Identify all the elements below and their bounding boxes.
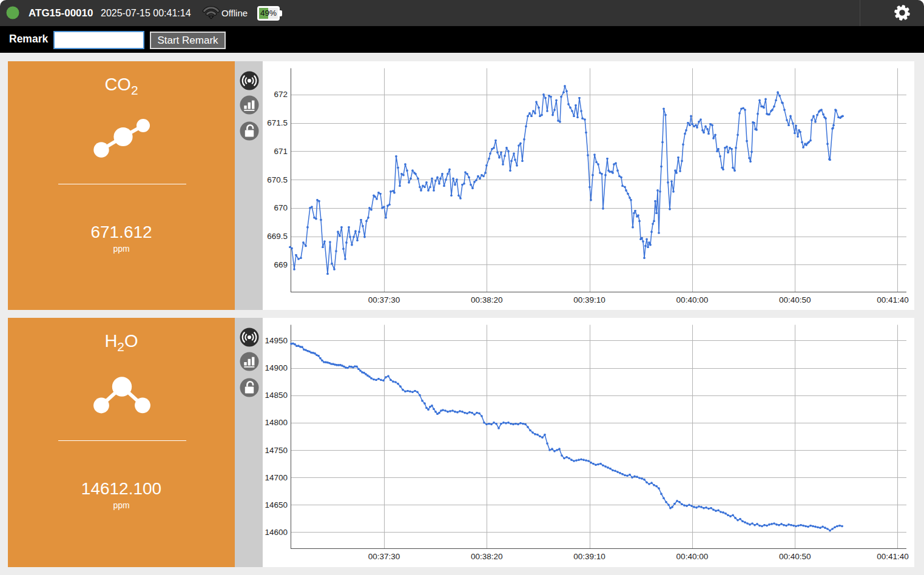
svg-text:669.5: 669.5 <box>267 232 288 241</box>
svg-text:00:41:40: 00:41:40 <box>877 295 909 304</box>
svg-text:14900: 14900 <box>265 363 288 372</box>
svg-text:14650: 14650 <box>265 500 288 509</box>
svg-text:671: 671 <box>274 147 288 156</box>
svg-text:00:37:30: 00:37:30 <box>368 295 400 304</box>
svg-text:14850: 14850 <box>265 391 288 400</box>
svg-text:671.5: 671.5 <box>267 118 288 127</box>
svg-text:00:39:10: 00:39:10 <box>573 295 605 304</box>
svg-text:00:41:40: 00:41:40 <box>877 552 909 561</box>
svg-text:00:38:20: 00:38:20 <box>471 552 503 561</box>
svg-text:00:40:00: 00:40:00 <box>676 552 709 561</box>
svg-text:672: 672 <box>274 90 288 99</box>
svg-text:14950: 14950 <box>265 336 288 345</box>
svg-text:00:40:00: 00:40:00 <box>676 295 709 304</box>
svg-text:14800: 14800 <box>265 418 288 427</box>
svg-text:14700: 14700 <box>265 473 288 482</box>
svg-text:00:40:50: 00:40:50 <box>779 295 811 304</box>
svg-text:00:39:10: 00:39:10 <box>573 552 605 561</box>
svg-text:14750: 14750 <box>265 446 288 455</box>
svg-text:669: 669 <box>274 260 288 269</box>
svg-text:670.5: 670.5 <box>267 175 288 184</box>
svg-text:670: 670 <box>274 203 288 212</box>
svg-text:00:40:50: 00:40:50 <box>779 552 811 561</box>
svg-text:00:37:30: 00:37:30 <box>368 552 400 561</box>
svg-text:14600: 14600 <box>265 528 288 537</box>
svg-text:00:38:20: 00:38:20 <box>471 295 503 304</box>
